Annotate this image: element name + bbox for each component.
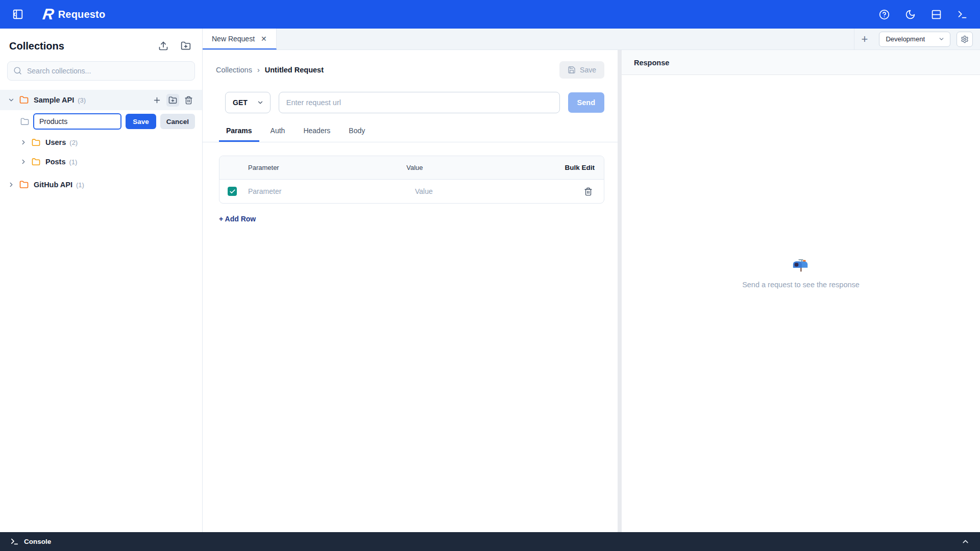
layout-split-icon[interactable]	[929, 7, 944, 22]
close-tab-icon[interactable]: ✕	[261, 35, 267, 43]
new-folder-edit-row: Save Cancel	[0, 110, 202, 133]
request-bar: GET Send	[203, 88, 618, 115]
folder-icon	[19, 180, 29, 189]
tab-headers[interactable]: Headers	[296, 122, 337, 142]
terminal-icon[interactable]	[955, 7, 970, 22]
environment-select[interactable]: Development	[879, 32, 950, 47]
add-row-button[interactable]: + Add Row	[219, 215, 256, 223]
send-button[interactable]: Send	[568, 92, 604, 113]
tab-body[interactable]: Body	[341, 122, 372, 142]
response-header: Response	[622, 50, 980, 75]
request-url-input[interactable]	[279, 92, 560, 113]
chevron-right-icon[interactable]	[7, 181, 15, 188]
tree-item-github-api[interactable]: GitHub API (1)	[0, 174, 202, 195]
request-panel: Collections › Untitled Request Save GET	[203, 50, 618, 532]
console-expand-chevron-up-icon[interactable]	[961, 537, 970, 546]
environment-settings-gear-icon[interactable]	[957, 32, 973, 47]
chevron-right-icon[interactable]	[19, 139, 28, 146]
save-floppy-icon	[568, 66, 576, 74]
import-upload-icon[interactable]	[156, 39, 170, 53]
breadcrumb-separator-icon: ›	[257, 66, 260, 74]
tabstrip-right: + Development	[854, 29, 980, 49]
collections-sidebar: Collections	[0, 29, 203, 532]
panel-resize-divider[interactable]	[618, 50, 622, 532]
folder-label: Users	[45, 138, 66, 146]
save-request-label: Save	[580, 66, 596, 74]
save-folder-button[interactable]: Save	[126, 114, 156, 129]
tab-params[interactable]: Params	[219, 122, 259, 142]
sidebar-actions	[156, 39, 193, 53]
console-label: Console	[24, 538, 51, 545]
logo-r-glyph: R	[42, 6, 54, 23]
col-value: Value	[406, 164, 565, 171]
environment-value: Development	[886, 35, 925, 43]
content-column: New Request ✕ + Development	[203, 29, 980, 532]
console-bar[interactable]: Console	[0, 532, 980, 551]
search-icon	[13, 66, 22, 75]
sidebar-search	[7, 61, 195, 81]
bulk-edit-button[interactable]: Bulk Edit	[565, 164, 595, 171]
param-row	[219, 180, 604, 203]
app-title: Requesto	[58, 9, 106, 20]
header-left: Requesto R Requesto	[10, 6, 105, 23]
tree-item-posts[interactable]: Posts (1)	[0, 152, 202, 171]
folder-count: (1)	[69, 158, 78, 166]
folder-icon	[19, 95, 29, 105]
chevron-right-icon[interactable]	[19, 158, 28, 165]
breadcrumb-row: Collections › Untitled Request Save	[203, 50, 618, 88]
breadcrumb: Collections › Untitled Request	[216, 66, 324, 74]
tree-item-sample-api[interactable]: Sample API (3)	[0, 90, 202, 110]
collection-label: Sample API	[34, 96, 74, 104]
response-empty-text: Send a request to see the response	[742, 281, 860, 289]
collections-tree: Sample API (3)	[0, 90, 202, 532]
body-row: Collections	[0, 29, 980, 532]
folder-count: (2)	[69, 139, 78, 146]
mailbox-icon	[792, 257, 810, 274]
add-request-plus-icon[interactable]	[151, 94, 163, 107]
tab-auth[interactable]: Auth	[263, 122, 292, 142]
breadcrumb-current: Untitled Request	[265, 66, 324, 74]
response-title: Response	[634, 59, 669, 67]
sidebar-title: Collections	[9, 40, 64, 52]
sidebar-header: Collections	[0, 39, 202, 53]
new-tab-plus-icon[interactable]: +	[856, 33, 873, 46]
chevron-down-icon[interactable]	[7, 96, 15, 104]
collection-count: (1)	[76, 181, 84, 189]
delete-row-trash-icon[interactable]	[582, 185, 595, 198]
save-request-button[interactable]: Save	[559, 61, 604, 79]
dark-mode-moon-icon[interactable]	[903, 7, 918, 22]
tab-label: New Request	[212, 35, 255, 43]
help-icon[interactable]	[877, 7, 892, 22]
delete-collection-trash-icon[interactable]	[182, 94, 195, 107]
cancel-folder-button[interactable]: Cancel	[160, 114, 195, 129]
folder-icon	[32, 158, 40, 166]
param-key-input[interactable]	[248, 187, 415, 195]
collection-actions	[151, 94, 195, 107]
tab-new-request[interactable]: New Request ✕	[203, 29, 277, 49]
param-value-input[interactable]	[415, 187, 582, 195]
params-table-header: Parameter Value Bulk Edit	[219, 156, 604, 180]
response-panel: Response Send a request to see the	[622, 50, 980, 532]
sidebar-toggle-icon[interactable]	[10, 7, 26, 22]
collection-label: GitHub API	[34, 181, 72, 189]
tree-item-users[interactable]: Users (2)	[0, 133, 202, 152]
folder-icon	[20, 117, 29, 126]
breadcrumb-collections[interactable]: Collections	[216, 66, 252, 74]
add-folder-icon[interactable]	[166, 94, 179, 107]
http-method-select[interactable]: GET	[225, 92, 271, 113]
tabstrip-spacer	[277, 29, 854, 49]
row-checkbox-cell	[228, 187, 248, 196]
check-icon	[229, 188, 236, 195]
response-empty-state: Send a request to see the response	[622, 75, 980, 532]
folder-label: Posts	[45, 158, 66, 166]
terminal-prompt-icon	[10, 537, 19, 546]
request-subtabs: Params Auth Headers Body	[203, 115, 618, 142]
header-right	[877, 7, 970, 22]
col-parameter: Parameter	[248, 164, 406, 171]
chevron-down-icon	[257, 99, 264, 106]
new-collection-folder-plus-icon[interactable]	[179, 39, 193, 53]
top-header: Requesto R Requesto	[0, 0, 980, 29]
param-enabled-checkbox[interactable]	[228, 187, 237, 196]
search-collections-input[interactable]	[7, 61, 195, 81]
folder-name-input[interactable]	[33, 113, 121, 130]
